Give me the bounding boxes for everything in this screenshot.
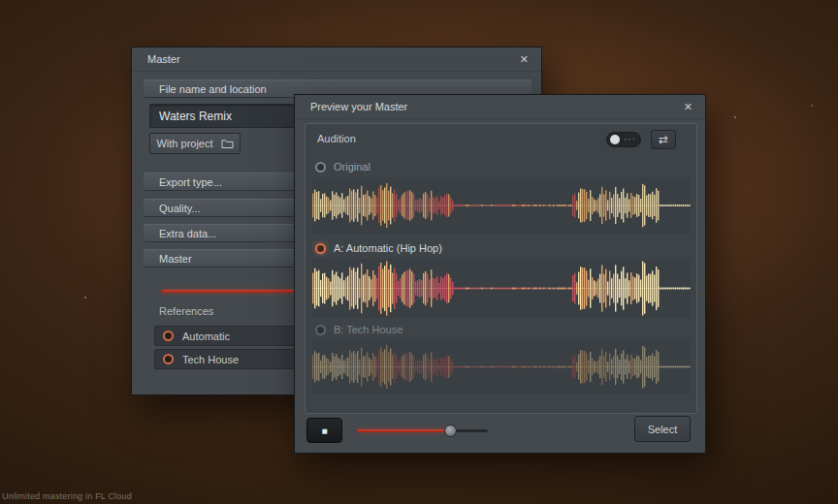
waveform-canvas-a-automatic <box>312 259 691 318</box>
reference-label: Tech House <box>182 354 239 365</box>
radio-icon-reference-automatic <box>163 331 174 341</box>
radio-icon-b-tech-house <box>315 325 326 335</box>
waveform-a-automatic[interactable] <box>312 259 691 318</box>
preview-progress-handle[interactable] <box>444 425 457 437</box>
reference-label: Automatic <box>182 331 230 342</box>
waveform-canvas-b-tech-house <box>312 339 691 394</box>
track-option-original[interactable]: Original <box>315 159 371 174</box>
audition-options-toggle[interactable]: ··· <box>606 132 641 147</box>
dust-speck <box>734 116 736 118</box>
select-button[interactable]: Select <box>634 416 691 442</box>
preview-titlebar[interactable]: Preview your Master ✕ <box>295 95 705 119</box>
radio-icon-reference-tech-house <box>163 354 174 364</box>
track-label-b-tech-house: B: Tech House <box>334 324 403 335</box>
radio-icon-original <box>315 162 326 173</box>
track-option-b-tech-house[interactable]: B: Tech House <box>315 322 403 337</box>
select-button-label: Select <box>648 424 678 435</box>
stop-button[interactable]: ■ <box>306 418 342 443</box>
preview-window-title: Preview your Master <box>310 101 407 112</box>
master-close-button[interactable]: ✕ <box>520 53 529 66</box>
preview-progress-fill <box>357 429 451 432</box>
audition-label: Audition <box>317 133 356 144</box>
backdrop-caption: Unlimited mastering in FL Cloud <box>2 491 132 501</box>
track-option-a-automatic[interactable]: A: Automatic (Hip Hop) <box>315 240 442 256</box>
radio-icon-a-automatic <box>315 243 326 254</box>
preview-master-window: Preview your Master ✕ Audition ··· ⇄ Ori… <box>294 94 706 454</box>
desktop-backdrop: Unlimited mastering in FL Cloud Master ✕… <box>0 0 838 504</box>
stop-icon: ■ <box>321 425 327 436</box>
dust-speck <box>84 297 86 299</box>
master-window-title: Master <box>147 53 180 65</box>
folder-icon <box>221 139 234 149</box>
waveform-b-tech-house[interactable] <box>312 339 691 394</box>
audition-panel: Audition ··· ⇄ Original A: Automatic (Hi… <box>305 123 697 414</box>
ellipsis-icon: ··· <box>624 135 636 144</box>
preview-progress-slider[interactable] <box>357 423 488 438</box>
waveform-canvas-original <box>312 177 691 234</box>
swap-compare-button[interactable]: ⇄ <box>651 130 676 149</box>
dust-speck <box>811 105 813 107</box>
swap-arrows-icon: ⇄ <box>659 133 668 146</box>
toggle-knob-icon <box>610 135 620 144</box>
location-mode-label: With project <box>156 138 212 149</box>
location-mode-button[interactable]: With project <box>149 133 241 154</box>
track-label-original: Original <box>334 161 371 173</box>
references-label: References <box>159 305 213 317</box>
master-titlebar[interactable]: Master ✕ <box>132 47 541 72</box>
track-label-a-automatic: A: Automatic (Hip Hop) <box>334 242 442 254</box>
preview-close-button[interactable]: ✕ <box>684 101 693 113</box>
waveform-original[interactable] <box>312 177 691 234</box>
